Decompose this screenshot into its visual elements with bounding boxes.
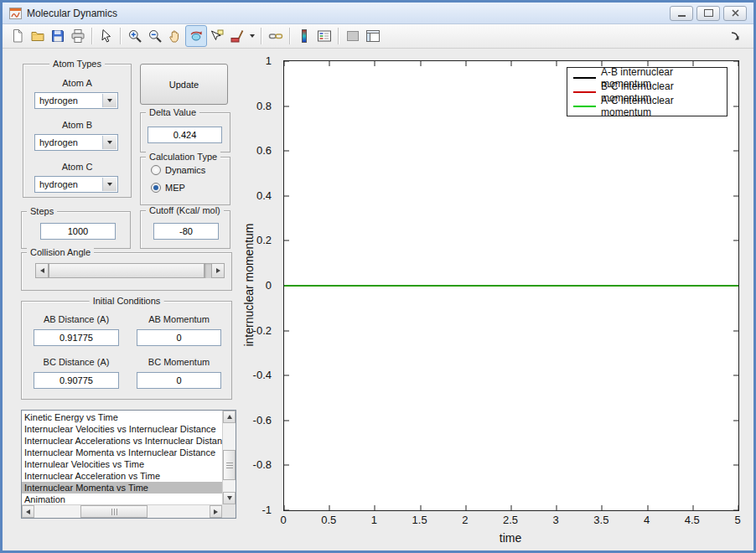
minimize-button[interactable] xyxy=(670,6,693,21)
steps-input[interactable] xyxy=(40,223,116,240)
calculation-type-title: Calculation Type xyxy=(146,152,220,162)
figure-window: Molecular Dynamics xyxy=(0,0,756,553)
legend[interactable]: A-B internuclear momentum B-C internucle… xyxy=(567,67,728,116)
list-item[interactable]: Kinetic Energy vs Time xyxy=(22,411,222,423)
y-axis-label: internuclear momentum xyxy=(242,223,256,346)
insert-colorbar-button[interactable] xyxy=(294,26,314,46)
horizontal-scroll-track[interactable] xyxy=(34,505,210,518)
y-tick-label: 0.8 xyxy=(256,99,272,111)
x-tick-label: 1 xyxy=(371,514,377,526)
list-item[interactable]: Internuclear Velocities vs Internuclear … xyxy=(22,423,222,435)
x-tick-label: 3.5 xyxy=(593,514,608,526)
collision-angle-title: Collision Angle xyxy=(27,247,94,257)
print-figure-button[interactable] xyxy=(68,26,88,46)
collision-angle-slider[interactable] xyxy=(35,263,225,278)
atom-b-value: hydrogen xyxy=(39,137,78,147)
toolbar-separator xyxy=(120,28,122,44)
data-cursor-icon xyxy=(210,28,225,44)
x-tick-label: 0 xyxy=(280,514,286,526)
save-icon xyxy=(50,28,65,44)
legend-line-swatch xyxy=(573,91,596,93)
radio-dynamics[interactable]: Dynamics xyxy=(151,165,205,175)
plot-select-list[interactable]: Kinetic Energy vs TimeInternuclear Veloc… xyxy=(21,410,236,519)
pointer-icon xyxy=(99,28,114,44)
slider-right-arrow[interactable] xyxy=(211,263,225,278)
x-tick-labels: 00.511.522.533.544.55 xyxy=(283,514,738,527)
hide-plot-tools-button[interactable] xyxy=(343,26,363,46)
delta-value-input[interactable] xyxy=(148,127,222,143)
show-plot-tools-button[interactable] xyxy=(363,26,383,46)
zoom-in-button[interactable] xyxy=(125,26,145,46)
arrow-left-icon xyxy=(40,268,44,273)
atom-b-select[interactable]: hydrogen xyxy=(34,134,118,151)
x-tick-label: 1.5 xyxy=(412,514,427,526)
titlebar[interactable]: Molecular Dynamics xyxy=(3,3,753,24)
y-tick-label: 0.6 xyxy=(256,144,272,157)
scroll-down-button[interactable] xyxy=(223,492,236,504)
legend-label: A-C internuclear momentum xyxy=(601,95,721,118)
toolbar-separator xyxy=(261,28,262,44)
list-item[interactable]: Internuclear Momenta vs Internuclear Dis… xyxy=(22,447,222,458)
x-tick-label: 0.5 xyxy=(321,514,336,526)
open-folder-icon xyxy=(30,28,45,44)
list-item[interactable]: Animation xyxy=(22,494,222,504)
new-figure-button[interactable] xyxy=(8,26,28,46)
slider-thumb[interactable] xyxy=(49,263,205,278)
arrow-up-icon xyxy=(227,415,232,419)
close-icon xyxy=(732,9,739,17)
bc-momentum-input[interactable] xyxy=(137,372,221,389)
pan-button[interactable] xyxy=(165,26,185,46)
horizontal-scroll-thumb[interactable] xyxy=(80,505,148,518)
plot-list-items: Kinetic Energy vs TimeInternuclear Veloc… xyxy=(22,411,222,504)
vertical-scroll-track[interactable] xyxy=(223,423,236,492)
list-item[interactable]: Internuclear Momenta vs Time xyxy=(22,482,222,494)
horizontal-scrollbar[interactable] xyxy=(22,504,222,518)
cutoff-input[interactable] xyxy=(153,223,219,240)
radio-mep[interactable]: MEP xyxy=(151,183,185,193)
scroll-right-button[interactable] xyxy=(210,505,222,518)
zoom-out-button[interactable] xyxy=(145,26,165,46)
x-tick-label: 2.5 xyxy=(503,514,518,526)
arrow-left-icon xyxy=(26,509,30,514)
y-tick-label: -0.6 xyxy=(253,413,272,426)
vertical-scrollbar[interactable] xyxy=(222,411,236,504)
bc-distance-input[interactable] xyxy=(34,372,119,389)
ab-momentum-input[interactable] xyxy=(137,329,221,346)
atom-a-select[interactable]: hydrogen xyxy=(34,92,118,109)
maximize-icon xyxy=(704,9,713,17)
vertical-scroll-thumb[interactable] xyxy=(223,450,236,480)
brush-data-button[interactable] xyxy=(227,26,247,46)
minimize-icon xyxy=(678,15,686,17)
list-item[interactable]: Internuclear Accelerations vs Internucle… xyxy=(22,435,222,447)
list-item[interactable]: Internulear Velocities vs Time xyxy=(22,458,222,470)
chevron-down-icon[interactable] xyxy=(102,94,117,107)
atom-c-select[interactable]: hydrogen xyxy=(34,176,118,193)
scroll-up-button[interactable] xyxy=(223,411,236,423)
cutoff-title: Cutoff (Kcal/ mol) xyxy=(146,205,224,215)
colorbar-icon xyxy=(297,28,312,44)
brush-dropdown-button[interactable] xyxy=(247,26,257,46)
link-plot-button[interactable] xyxy=(266,26,286,46)
delta-value-title: Delta Value xyxy=(146,107,199,117)
data-cursor-button[interactable] xyxy=(207,26,227,46)
atom-types-title: Atom Types xyxy=(49,59,105,69)
slider-track[interactable] xyxy=(205,263,211,278)
save-figure-button[interactable] xyxy=(48,26,68,46)
close-button[interactable] xyxy=(723,6,747,21)
maximize-button[interactable] xyxy=(696,6,720,21)
chevron-down-icon[interactable] xyxy=(102,136,117,149)
update-button[interactable]: Update xyxy=(140,64,228,105)
chevron-down-icon[interactable] xyxy=(102,178,117,191)
edit-plot-button[interactable] xyxy=(96,26,117,46)
x-tick-label: 2 xyxy=(462,514,468,526)
rotate-3d-button[interactable] xyxy=(185,25,207,47)
ab-distance-input[interactable] xyxy=(34,329,119,346)
axes[interactable]: A-B internuclear momentum B-C internucle… xyxy=(283,60,739,511)
dock-figure-button[interactable] xyxy=(725,26,745,46)
open-file-button[interactable] xyxy=(28,26,48,46)
list-item[interactable]: Internuclear Acceleration vs Time xyxy=(22,470,222,482)
scroll-left-button[interactable] xyxy=(22,505,34,518)
slider-left-arrow[interactable] xyxy=(35,263,49,278)
steps-title: Steps xyxy=(27,206,57,216)
insert-legend-button[interactable] xyxy=(314,26,334,46)
